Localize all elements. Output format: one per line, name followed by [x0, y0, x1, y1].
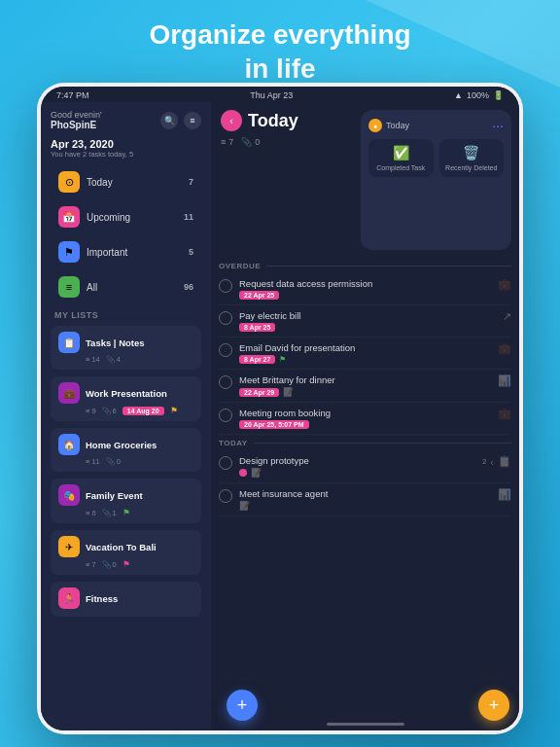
work-count: ≡ 9 — [86, 407, 96, 415]
task-check-t1[interactable] — [219, 456, 232, 470]
task-note-icon-4: 📝 — [283, 387, 294, 397]
list-item-top-bali: ✈ Vacation To Bali — [58, 536, 193, 557]
list-item-work[interactable]: 💼 Work Presentation ≡ 9 📎 6 14 Aug 20 ⚑ — [51, 376, 201, 421]
task-chart-icon-t2: 📊 — [498, 488, 511, 501]
status-right: ▲ 100% 🔋 — [454, 90, 504, 100]
task-row-overdue-4[interactable]: Meet Brittany for dinner 22 Apr 29 📝 📊 — [219, 370, 511, 403]
today-nav-icon: ⊙ — [58, 171, 80, 193]
list-item-top-work: 💼 Work Presentation — [58, 382, 193, 404]
work-icon: 💼 — [58, 382, 80, 404]
task-actions-4: 📊 — [498, 374, 511, 387]
groceries-count: ≡ 11 — [86, 457, 100, 466]
task-name-5: Meeting room booking — [239, 408, 491, 418]
task-body-5: Meeting room booking 20 Apr 25, 5:07 PM — [239, 408, 491, 429]
stats-header: ● Today ··· — [368, 118, 504, 133]
tasks-notes-notes: 📎 4 — [106, 355, 121, 364]
today-header: ‹ Today — [221, 110, 351, 131]
family-icon: 🎭 — [58, 484, 80, 506]
fab-button[interactable]: + — [478, 690, 509, 721]
nav-item-important[interactable]: ⚑ Important 5 — [51, 236, 201, 267]
bali-count: ≡ 7 — [86, 560, 96, 569]
family-meta: ≡ 6 📎 1 ⚑ — [58, 508, 193, 517]
list-item-top-groceries: 🏠 Home Groceries — [58, 434, 193, 455]
nav-item-upcoming[interactable]: 📅 Upcoming 11 — [51, 201, 201, 232]
stat-card-completed[interactable]: ✅ Completed Task — [368, 139, 434, 177]
task-actions-t2: 📊 — [498, 488, 511, 501]
list-item-fitness[interactable]: 🏃 Fitness — [51, 582, 201, 617]
list-item-groceries[interactable]: 🏠 Home Groceries ≡ 11 📎 0 — [51, 428, 201, 472]
sidebar-icons: 🔍 ≡ — [160, 112, 201, 129]
task-tag-4: 22 Apr 29 — [239, 388, 279, 397]
task-tags-2: 8 Apr 25 — [239, 323, 496, 332]
task-check-3[interactable] — [219, 343, 232, 357]
task-body-2: Pay electric bill 8 Apr 25 — [239, 310, 496, 332]
all-nav-count: 96 — [184, 282, 193, 292]
task-check-4[interactable] — [219, 375, 232, 389]
upcoming-nav-count: 11 — [184, 212, 193, 222]
completed-icon: ✅ — [393, 145, 409, 160]
task-list: Overdue Request data access permission 2… — [211, 258, 519, 717]
status-bar: 7:47 PM Thu Apr 23 ▲ 100% 🔋 — [41, 87, 519, 102]
task-row-overdue-1[interactable]: Request data access permission 22 Apr 25… — [219, 273, 511, 305]
task-check-t2[interactable] — [219, 489, 232, 503]
task-briefcase-icon-3: 💼 — [498, 342, 511, 355]
task-check-2[interactable] — [219, 311, 232, 325]
nav-item-today[interactable]: ⊙ Today 7 — [51, 166, 201, 197]
task-tags-1: 22 Apr 25 — [239, 291, 491, 300]
task-body-t2: Meet insurance agent 📝 — [239, 488, 491, 511]
task-red-dot-t1 — [239, 469, 247, 477]
sidebar: Good evenin' PhoSpinE 🔍 ≡ Apr 23, 2020 Y… — [41, 102, 211, 730]
tasks-notes-name: Tasks | Notes — [86, 338, 193, 348]
task-tags-5: 20 Apr 25, 5:07 PM — [239, 420, 491, 429]
task-row-today-2[interactable]: Meet insurance agent 📝 📊 — [219, 483, 511, 516]
task-actions-3: 💼 — [498, 342, 511, 355]
deleted-label: Recently Deleted — [445, 164, 497, 171]
date-main: Apr 23, 2020 — [51, 138, 201, 150]
list-item-bali[interactable]: ✈ Vacation To Bali ≡ 7 📎 0 ⚑ — [51, 530, 201, 575]
add-task-fab[interactable]: + — [227, 690, 258, 721]
task-name-3: Email David for presentation — [239, 342, 491, 353]
task-body-1: Request data access permission 22 Apr 25 — [239, 278, 491, 300]
today-title: Today — [248, 111, 298, 131]
groceries-name: Home Groceries — [86, 440, 193, 450]
task-row-today-1[interactable]: Design prototype 📝 2 ‹ 📋 — [219, 450, 511, 483]
list-item-family[interactable]: 🎭 Family Event ≡ 6 📎 1 ⚑ — [51, 479, 201, 523]
stat-tasks: ≡ 7 — [221, 137, 233, 147]
sidebar-header: Good evenin' PhoSpinE 🔍 ≡ — [51, 110, 201, 130]
date-sub: You have 2 tasks today, 5 — [51, 150, 201, 159]
task-body-t1: Design prototype 📝 — [239, 455, 475, 478]
list-item-tasks-notes[interactable]: 📋 Tasks | Notes ≡ 14 📎 4 — [51, 326, 201, 370]
stat-card-deleted[interactable]: 🗑️ Recently Deleted — [439, 139, 505, 177]
task-row-overdue-5[interactable]: Meeting room booking 20 Apr 25, 5:07 PM … — [219, 403, 511, 435]
more-button[interactable]: ··· — [492, 118, 504, 133]
task-row-overdue-3[interactable]: Email David for presentation 8 Apr 27 ⚑ … — [219, 338, 511, 370]
back-button[interactable]: ‹ — [221, 110, 242, 131]
all-nav-icon: ≡ — [58, 276, 80, 298]
search-icon[interactable]: 🔍 — [160, 112, 178, 129]
work-meta: ≡ 9 📎 6 14 Aug 20 ⚑ — [58, 406, 193, 415]
task-share-icon-2: ↗ — [503, 310, 511, 323]
task-expand-icon-t1: ‹ — [490, 456, 494, 468]
date-section: Apr 23, 2020 You have 2 tasks today, 5 — [51, 138, 201, 159]
today-panel: ‹ Today ≡ 7 📎 0 — [211, 102, 361, 258]
task-actions-1: 💼 — [498, 278, 511, 291]
nav-item-all[interactable]: ≡ All 96 — [51, 271, 201, 302]
task-check-5[interactable] — [219, 409, 232, 422]
task-check-1[interactable] — [219, 279, 232, 293]
task-tags-t1: 📝 — [239, 468, 475, 478]
work-tag: 14 Aug 20 — [122, 407, 164, 415]
ipad-screen: 7:47 PM Thu Apr 23 ▲ 100% 🔋 Good evenin'… — [41, 87, 519, 730]
filter-icon[interactable]: ≡ — [184, 112, 201, 129]
stats-today-label: ● Today — [368, 119, 409, 132]
main-area: Good evenin' PhoSpinE 🔍 ≡ Apr 23, 2020 Y… — [41, 102, 519, 730]
task-briefcase-icon-1: 💼 — [498, 278, 511, 291]
task-body-3: Email David for presentation 8 Apr 27 ⚑ — [239, 342, 491, 364]
list-item-top: 📋 Tasks | Notes — [58, 332, 193, 353]
work-name: Work Presentation — [86, 388, 193, 399]
bali-icon: ✈ — [58, 536, 80, 557]
task-note-icon-t1: 📝 — [251, 468, 262, 478]
task-row-overdue-2[interactable]: Pay electric bill 8 Apr 25 ↗ — [219, 305, 511, 338]
task-list-icon-t1: 📋 — [498, 455, 511, 468]
groceries-meta: ≡ 11 📎 0 — [58, 457, 193, 466]
fitness-name: Fitness — [86, 593, 193, 604]
